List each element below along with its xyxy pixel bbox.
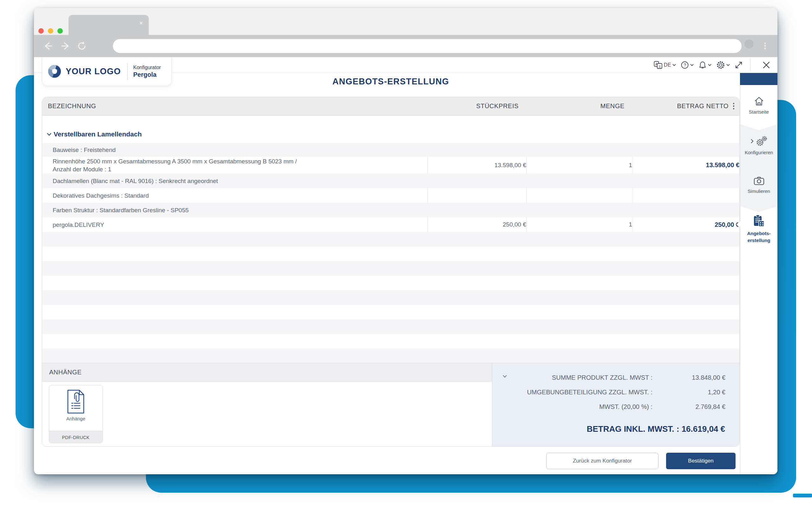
attachment-label: Anhänge: [66, 416, 85, 421]
browser-tabstrip: ✕: [34, 8, 778, 35]
sidebar-item-simulieren[interactable]: Simulieren: [740, 176, 778, 194]
totals-label: MWST. (20,00 %) :: [492, 399, 652, 414]
totals-row: SUMME PRODUKT ZZGL. MWST : 13.848,00 €: [492, 370, 725, 385]
maximize-window-icon[interactable]: [58, 28, 63, 33]
svg-text:文: 文: [658, 65, 661, 68]
sidebar-label: Simulieren: [748, 188, 770, 194]
totals-row: UMGEBUNGBETEILIGUNG ZZGL. MWST. : 1,20 €: [492, 385, 725, 399]
grand-total-label: BETRAG INKL. MWST. :: [587, 424, 680, 434]
minimize-window-icon[interactable]: [48, 28, 53, 33]
action-bar: Zurück zum Konfigurator Bestätigen: [34, 453, 740, 469]
notifications-menu[interactable]: [699, 61, 711, 69]
back-icon[interactable]: [42, 40, 53, 52]
sidebar-label: Konfigurieren: [745, 149, 773, 156]
brand-logo-text: YOUR LOGO: [66, 67, 121, 76]
totals-value: 1,20 €: [652, 385, 725, 399]
row-description: Rinnenhöhe 2500 mm x Gesamtabmessung A 3…: [42, 157, 312, 173]
fullscreen-button[interactable]: [735, 61, 743, 69]
product-group-title: Verstellbaren Lamellendach: [54, 131, 142, 138]
totals-panel: SUMME PRODUKT ZZGL. MWST : 13.848,00 € U…: [492, 363, 739, 447]
sidebar-item-angebotserstellung[interactable]: Angebots- erstellung: [740, 215, 778, 244]
brand-logo-icon: [47, 64, 62, 79]
table-row: Dekoratives Dachgesims : Standard: [42, 188, 739, 203]
sidebar-label-line1: Angebots-: [747, 230, 771, 237]
totals-label: UMGEBUNGBETEILIGUNG ZZGL. MWST. :: [492, 385, 652, 399]
brand-divider: [127, 63, 127, 80]
brand-product: Pergola: [133, 71, 161, 78]
row-qty: 1: [526, 221, 632, 228]
browser-window: ✕ ⋮: [34, 8, 778, 474]
attachment-card-body: Anhänge: [49, 386, 102, 431]
table-header: BEZEICHNUNG STÜCKPREIS MENGE BETRAG NETT…: [42, 97, 739, 115]
forward-icon[interactable]: [61, 40, 71, 52]
table-row: Rinnenhöhe 2500 mm x Gesamtabmessung A 3…: [42, 157, 739, 174]
col-betrag-netto: BETRAG NETTO: [632, 102, 739, 110]
col-bezeichnung: BEZEICHNUNG: [42, 102, 428, 110]
help-icon: ?: [681, 61, 689, 69]
quote-clipboard-icon: [753, 215, 765, 227]
browser-menu-icon[interactable]: ⋮: [761, 39, 769, 53]
header-actions: A 文 DE ?: [654, 57, 775, 73]
reload-icon[interactable]: [76, 40, 87, 52]
sidebar-label-active: Angebots- erstellung: [747, 230, 771, 244]
row-description: pergola.DELIVERY: [42, 221, 420, 229]
brand-card: YOUR LOGO Konfigurator Pergola: [42, 57, 172, 86]
language-switcher[interactable]: A 文 DE: [654, 61, 676, 69]
svg-text:?: ?: [684, 63, 687, 68]
close-icon: [762, 61, 771, 69]
collapse-chevron-icon[interactable]: [47, 133, 52, 136]
row-description: Dachlamellen (Blanc mat - RAL 9016) : Se…: [42, 177, 420, 185]
row-description: Farben Struktur : Standardfarben Greslin…: [42, 206, 420, 214]
chevron-down-icon: [726, 64, 730, 66]
chevron-right-icon: [750, 139, 754, 144]
totals-value: 13.848,00 €: [652, 370, 725, 385]
gears-icon: [755, 136, 768, 147]
pdf-print-button[interactable]: PDF-DRUCK: [49, 431, 102, 443]
row-qty: 1: [526, 162, 632, 169]
app-root: YOUR LOGO Konfigurator Pergola A 文 DE: [34, 57, 778, 474]
close-app-button[interactable]: [758, 61, 775, 69]
product-group-row[interactable]: Verstellbaren Lamellendach: [42, 115, 739, 143]
table-row: Dachlamellen (Blanc mat - RAL 9016) : Se…: [42, 174, 739, 188]
empty-rows: [42, 232, 739, 363]
translate-icon: A 文: [654, 61, 662, 69]
grand-total: BETRAG INKL. MWST. : 16.619,04 €: [492, 424, 725, 434]
chevron-down-icon: [672, 64, 676, 66]
chevron-down-icon: [708, 64, 711, 66]
back-to-configurator-button[interactable]: Zurück zum Konfigurator: [546, 453, 658, 469]
expand-icon: [735, 61, 743, 69]
page: ✕ ⋮: [0, 0, 812, 506]
row-description: Dekoratives Dachgesims : Standard: [42, 192, 420, 199]
totals-collapse-icon[interactable]: [503, 375, 507, 378]
grand-total-value: 16.619,04 €: [682, 424, 725, 434]
sidebar-item-startseite[interactable]: Startseite: [740, 96, 778, 115]
step-sidebar: Startseite Konfigurier: [740, 73, 778, 474]
window-controls[interactable]: [38, 28, 63, 33]
language-label: DE: [664, 62, 671, 68]
profile-avatar[interactable]: [744, 39, 754, 49]
browser-tab[interactable]: ✕: [69, 15, 149, 35]
attachments-section-header: ANHÄNGE: [42, 363, 492, 382]
table-options-icon[interactable]: ⋮: [730, 101, 737, 110]
sidebar-label-line2: erstellung: [747, 237, 771, 244]
row-price: 250,00 €: [428, 221, 526, 228]
help-menu[interactable]: ?: [681, 61, 694, 69]
sidebar-top-accent: [740, 73, 778, 85]
row-description: Bauweise : Freistehend: [42, 146, 420, 154]
home-icon: [754, 96, 764, 106]
close-tab-icon[interactable]: ✕: [139, 21, 143, 25]
address-bar[interactable]: [113, 39, 742, 53]
close-window-icon[interactable]: [38, 28, 44, 33]
totals-row: MWST. (20,00 %) : 2.769,84 €: [492, 399, 725, 414]
confirm-button[interactable]: Bestätigen: [666, 453, 736, 469]
sidebar-item-konfigurieren[interactable]: Konfigurieren: [740, 136, 778, 156]
attachment-card[interactable]: Anhänge PDF-DRUCK: [49, 385, 103, 443]
table-row: Farben Struktur : Standardfarben Greslin…: [42, 203, 739, 217]
chevron-down-icon: [690, 64, 694, 66]
decor-blue-sliver: [793, 494, 812, 497]
row-price: 13.598,00 €: [428, 162, 526, 169]
row-net: 250,00 €: [632, 221, 739, 229]
header-divider: [750, 59, 750, 71]
settings-menu[interactable]: [716, 61, 730, 70]
table-row: Bauweise : Freistehend: [42, 143, 739, 157]
